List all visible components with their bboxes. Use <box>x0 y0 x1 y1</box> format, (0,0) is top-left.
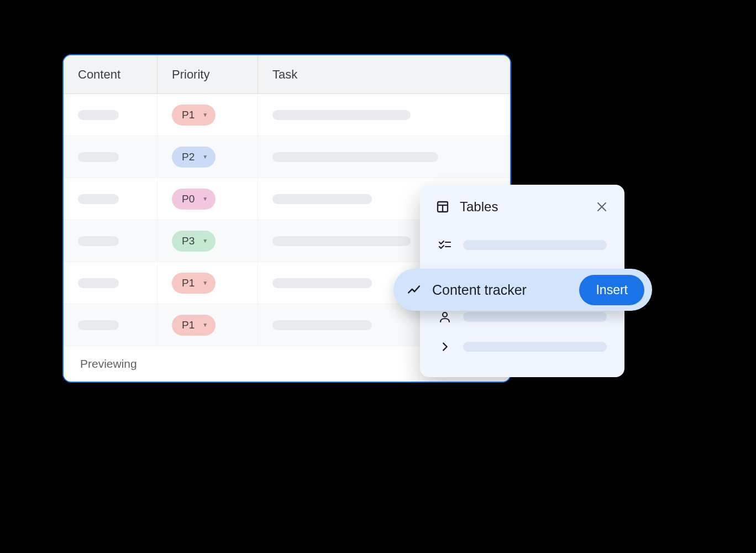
chevron-down-icon: ▼ <box>202 154 208 160</box>
cell-task <box>258 94 510 135</box>
content-placeholder <box>78 194 119 204</box>
column-header-task: Task <box>258 55 510 93</box>
template-label: Content tracker <box>432 282 568 298</box>
priority-chip-label: P0 <box>182 193 195 205</box>
chevron-down-icon: ▼ <box>202 280 208 286</box>
insert-button[interactable]: Insert <box>579 275 644 305</box>
chevron-down-icon: ▼ <box>202 238 208 244</box>
task-placeholder <box>272 194 372 204</box>
priority-chip[interactable]: P2▼ <box>172 147 216 168</box>
cell-priority: P0▼ <box>158 178 258 220</box>
chevron-down-icon: ▼ <box>202 322 208 328</box>
content-placeholder <box>78 110 119 120</box>
trend-icon <box>407 283 421 297</box>
table-row: P2▼ <box>64 136 510 178</box>
template-item[interactable] <box>435 230 609 260</box>
priority-chip-label: P1 <box>182 277 195 289</box>
content-placeholder <box>78 320 119 330</box>
task-placeholder <box>272 110 411 120</box>
template-placeholder <box>463 342 607 352</box>
template-placeholder <box>463 312 607 322</box>
cell-task <box>258 136 510 178</box>
priority-chip-label: P1 <box>182 109 195 121</box>
priority-chip-label: P3 <box>182 235 195 247</box>
task-placeholder <box>272 152 438 162</box>
cell-content <box>64 220 158 262</box>
cell-priority: P1▼ <box>158 304 258 346</box>
chevron-down-icon: ▼ <box>202 196 208 202</box>
cell-content <box>64 262 158 304</box>
tables-panel-title: Tables <box>460 199 498 215</box>
priority-chip[interactable]: P1▼ <box>172 105 216 126</box>
column-header-priority: Priority <box>158 55 258 93</box>
checklist-icon <box>438 238 452 252</box>
priority-chip[interactable]: P3▼ <box>172 231 216 252</box>
table-icon <box>435 200 450 214</box>
cell-content <box>64 178 158 220</box>
content-placeholder <box>78 236 119 246</box>
table-row: P1▼ <box>64 94 510 136</box>
chevron-right-icon <box>438 340 452 354</box>
template-item-more[interactable] <box>435 332 609 362</box>
cell-content <box>64 304 158 346</box>
cell-priority: P1▼ <box>158 262 258 304</box>
tables-panel-header: Tables <box>435 199 609 215</box>
cell-priority: P3▼ <box>158 220 258 262</box>
cell-priority: P1▼ <box>158 94 258 135</box>
person-icon <box>438 310 452 324</box>
template-content-tracker[interactable]: Content tracker Insert <box>393 269 652 311</box>
priority-chip-label: P2 <box>182 151 195 163</box>
task-placeholder <box>272 278 372 288</box>
column-header-content: Content <box>64 55 158 93</box>
priority-chip[interactable]: P0▼ <box>172 189 216 210</box>
chevron-down-icon: ▼ <box>202 112 208 118</box>
task-placeholder <box>272 236 411 246</box>
template-placeholder <box>463 240 607 250</box>
table-header-row: Content Priority Task <box>64 55 510 94</box>
task-placeholder <box>272 320 372 330</box>
cell-content <box>64 94 158 135</box>
svg-point-7 <box>443 312 447 317</box>
content-placeholder <box>78 278 119 288</box>
priority-chip-label: P1 <box>182 319 195 331</box>
priority-chip[interactable]: P1▼ <box>172 273 216 294</box>
close-icon[interactable] <box>595 200 609 214</box>
content-placeholder <box>78 152 119 162</box>
cell-content <box>64 136 158 178</box>
cell-priority: P2▼ <box>158 136 258 178</box>
priority-chip[interactable]: P1▼ <box>172 315 216 336</box>
